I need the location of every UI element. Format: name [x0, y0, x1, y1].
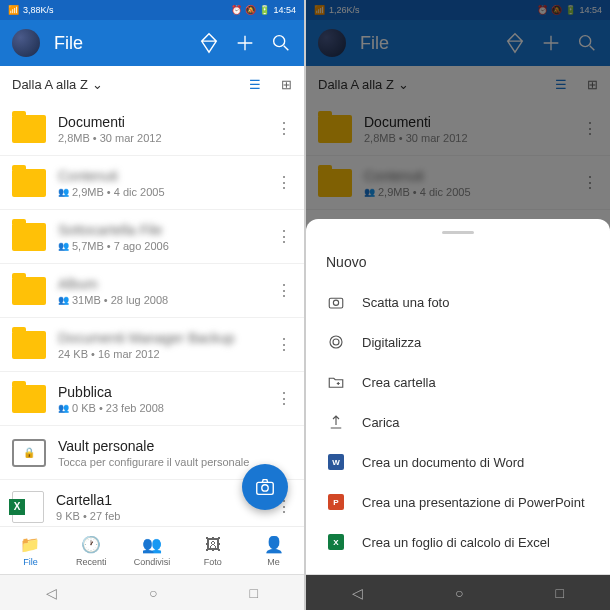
shared-icon: 👥	[58, 241, 69, 251]
sheet-powerpoint[interactable]: PCrea una presentazione di PowerPoint	[306, 482, 610, 522]
svg-point-2	[262, 485, 268, 491]
net-speed: 1,26K/s	[329, 5, 360, 15]
sort-bar: Dalla A alla Z⌄ ☰⊞	[306, 66, 610, 102]
me-nav-icon: 👤	[264, 535, 284, 555]
folder-icon	[12, 331, 46, 359]
nav-me[interactable]: 👤Me	[243, 527, 304, 574]
bottom-nav: 📁File 🕐Recenti 👥Condivisi 🖼Foto 👤Me	[0, 526, 304, 574]
recents-button[interactable]: □	[250, 585, 258, 601]
home-button[interactable]: ○	[149, 585, 157, 601]
scan-icon	[326, 332, 346, 352]
folder-icon	[12, 385, 46, 413]
back-button[interactable]: ◁	[352, 585, 363, 601]
svg-point-5	[333, 300, 338, 305]
powerpoint-icon: P	[326, 492, 346, 512]
sort-bar: Dalla A alla Z ⌄ ☰ ⊞	[0, 66, 304, 102]
nav-photo[interactable]: 🖼Foto	[182, 527, 243, 574]
grid-view-icon[interactable]: ⊞	[587, 77, 598, 92]
folder-item[interactable]: Album👥31MB • 28 lug 2008⋮	[0, 264, 304, 318]
status-bar: 📶 3,88K/s ⏰ 🔕 🔋 14:54	[0, 0, 304, 20]
folder-plus-icon	[326, 372, 346, 392]
sort-button[interactable]: Dalla A alla Z⌄	[318, 77, 409, 92]
camera-fab[interactable]	[242, 464, 288, 510]
alarm-icon: ⏰	[537, 5, 548, 15]
sheet-scan[interactable]: Digitalizza	[306, 322, 610, 362]
screen-right: 📶1,26K/s ⏰🔕🔋14:54 File Dalla A alla Z⌄ ☰…	[306, 0, 610, 610]
dnd-icon: 🔕	[245, 5, 256, 15]
sheet-upload[interactable]: Carica	[306, 402, 610, 442]
header-title: File	[360, 33, 490, 54]
sheet-create-folder[interactable]: Crea cartella	[306, 362, 610, 402]
shared-icon: 👥	[58, 187, 69, 197]
folder-icon	[12, 277, 46, 305]
more-icon[interactable]: ⋮	[276, 173, 292, 192]
premium-icon[interactable]	[198, 32, 220, 54]
svg-point-7	[333, 339, 339, 345]
more-icon[interactable]: ⋮	[276, 281, 292, 300]
add-icon[interactable]	[234, 32, 256, 54]
grid-view-icon[interactable]: ⊞	[281, 77, 292, 92]
photo-nav-icon: 🖼	[203, 535, 223, 555]
word-icon: W	[326, 452, 346, 472]
search-icon[interactable]	[270, 32, 292, 54]
shared-nav-icon: 👥	[142, 535, 162, 555]
shared-icon: 👥	[58, 295, 69, 305]
screen-left: 📶 3,88K/s ⏰ 🔕 🔋 14:54 File Dalla A alla …	[0, 0, 304, 610]
folder-icon	[12, 115, 46, 143]
sheet-title: Nuovo	[306, 246, 610, 282]
folder-item[interactable]: Sottocartella File👥5,7MB • 7 ago 2006⋮	[0, 210, 304, 264]
folder-item[interactable]: Documenti2,8MB • 30 mar 2012⋮	[306, 102, 610, 156]
nav-recent[interactable]: 🕐Recenti	[61, 527, 122, 574]
more-icon[interactable]: ⋮	[276, 119, 292, 138]
alarm-icon: ⏰	[231, 5, 242, 15]
folder-icon	[12, 223, 46, 251]
recent-nav-icon: 🕐	[81, 535, 101, 555]
sheet-excel[interactable]: XCrea un foglio di calcolo di Excel	[306, 522, 610, 562]
nav-shared[interactable]: 👥Condivisi	[122, 527, 183, 574]
folder-item[interactable]: Documenti2,8MB • 30 mar 2012⋮	[0, 102, 304, 156]
system-nav: ◁ ○ □	[306, 574, 610, 610]
clock: 14:54	[273, 5, 296, 15]
more-icon[interactable]: ⋮	[582, 173, 598, 192]
nav-file[interactable]: 📁File	[0, 527, 61, 574]
battery-icon: 🔋	[259, 5, 270, 15]
premium-icon[interactable]	[504, 32, 526, 54]
recents-button[interactable]: □	[556, 585, 564, 601]
vault-icon: 🔒	[12, 439, 46, 467]
excel-icon: X	[326, 532, 346, 552]
back-button[interactable]: ◁	[46, 585, 57, 601]
folder-icon	[318, 169, 352, 197]
sort-button[interactable]: Dalla A alla Z ⌄	[12, 77, 103, 92]
avatar[interactable]	[12, 29, 40, 57]
folder-item[interactable]: Documenti Manager Backup24 KB • 16 mar 2…	[0, 318, 304, 372]
sheet-handle[interactable]	[442, 231, 474, 234]
svg-point-6	[330, 336, 342, 348]
svg-point-3	[580, 36, 591, 47]
clock: 14:54	[579, 5, 602, 15]
sheet-word[interactable]: WCrea un documento di Word	[306, 442, 610, 482]
more-icon[interactable]: ⋮	[276, 227, 292, 246]
svg-point-0	[274, 36, 285, 47]
status-bar: 📶1,26K/s ⏰🔕🔋14:54	[306, 0, 610, 20]
list-view-icon[interactable]: ☰	[555, 77, 567, 92]
net-speed: 3,88K/s	[23, 5, 54, 15]
folder-item[interactable]: Contenuti👥2,9MB • 4 dic 2005⋮	[306, 156, 610, 210]
signal-icon: 📶	[8, 5, 19, 15]
chevron-down-icon: ⌄	[92, 77, 103, 92]
search-icon[interactable]	[576, 32, 598, 54]
battery-icon: 🔋	[565, 5, 576, 15]
file-list: Documenti2,8MB • 30 mar 2012⋮ Contenuti👥…	[0, 102, 304, 526]
add-icon[interactable]	[540, 32, 562, 54]
more-icon[interactable]: ⋮	[276, 335, 292, 354]
shared-icon: 👥	[364, 187, 375, 197]
list-view-icon[interactable]: ☰	[249, 77, 261, 92]
home-button[interactable]: ○	[455, 585, 463, 601]
more-icon[interactable]: ⋮	[582, 119, 598, 138]
camera-icon	[326, 292, 346, 312]
sheet-take-photo[interactable]: Scatta una foto	[306, 282, 610, 322]
avatar[interactable]	[318, 29, 346, 57]
folder-item[interactable]: Contenuti👥2,9MB • 4 dic 2005⋮	[0, 156, 304, 210]
more-icon[interactable]: ⋮	[276, 389, 292, 408]
shared-icon: 👥	[58, 403, 69, 413]
folder-item[interactable]: Pubblica👥0 KB • 23 feb 2008⋮	[0, 372, 304, 426]
